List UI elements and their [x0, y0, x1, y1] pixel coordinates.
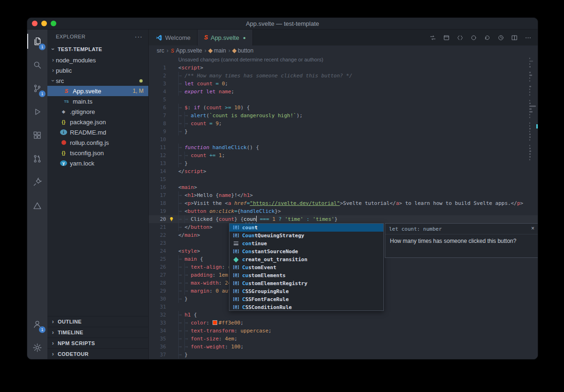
- code-line-32[interactable]: 32→h1 {: [149, 311, 538, 319]
- svelte-file-icon: S: [204, 34, 208, 41]
- code-line-9[interactable]: 9→}: [149, 128, 538, 136]
- suggest-item-CustomElementRegistry[interactable]: [@]CustomElementRegistry: [229, 279, 383, 287]
- tree-item-rollup.config.js[interactable]: rollup.config.js: [47, 137, 148, 148]
- titlebar[interactable]: App.svelte — test-template: [27, 18, 538, 30]
- suggest-item-continue[interactable]: continue: [229, 240, 383, 248]
- activity-item-search[interactable]: [27, 53, 47, 76]
- suggest-item-customElements[interactable]: [@]customElements: [229, 271, 383, 279]
- code-line-37[interactable]: 37→}: [149, 351, 538, 359]
- activity-item-github-pr[interactable]: [27, 147, 47, 170]
- indent-guide: →: [178, 311, 184, 319]
- toggle-blame-icon[interactable]: [468, 32, 479, 43]
- breadcrumb-item-main[interactable]: main: [209, 47, 226, 54]
- panel-timeline[interactable]: ›TIMELINE: [47, 327, 148, 338]
- line-number: 37: [149, 351, 166, 359]
- workspace-section-header[interactable]: › TEST-TEMPLATE: [47, 44, 148, 55]
- tree-item-public[interactable]: ›public: [47, 65, 148, 75]
- open-remote-icon[interactable]: [455, 32, 465, 43]
- breadcrumb-item-button[interactable]: button: [233, 47, 253, 54]
- breadcrumb-item-app-svelte[interactable]: SApp.svelte: [171, 47, 202, 54]
- indent-guide: →: [184, 335, 191, 343]
- panel-codetour[interactable]: ›CODETOUR: [47, 348, 148, 359]
- tab-app-svelte[interactable]: SApp.svelte●: [198, 30, 253, 45]
- tree-item-package.json[interactable]: {}package.json: [47, 117, 148, 127]
- code-line-18[interactable]: 18→<p>Visit the <a href="https://svelte.…: [149, 199, 538, 207]
- tree-item-node_modules[interactable]: ›node_modules: [47, 55, 148, 65]
- indent-guide: →: [178, 215, 184, 223]
- tree-item-yarn.lock[interactable]: yyarn.lock: [47, 158, 148, 168]
- activity-item-accounts[interactable]: 1: [27, 312, 47, 336]
- code-line-13[interactable]: 13→}: [149, 159, 538, 167]
- tree-item-main.ts[interactable]: TSmain.ts: [47, 96, 148, 106]
- activity-item-remote[interactable]: [27, 170, 47, 194]
- code-line-20[interactable]: 20→→Clicked {count} {coun === 1 ? 'time'…: [149, 215, 538, 223]
- line-number: 23: [149, 239, 166, 247]
- suggest-item-create_out_transition[interactable]: create_out_transition: [229, 256, 383, 264]
- explorer-more-actions-icon[interactable]: ···: [135, 33, 143, 40]
- panel-outline[interactable]: ›OUTLINE: [47, 316, 148, 327]
- activity-item-extensions[interactable]: [27, 123, 47, 147]
- more-actions-icon[interactable]: [523, 32, 533, 43]
- suggest-item-count[interactable]: [@]count: [229, 224, 383, 232]
- code-line-35[interactable]: 35→→font-size: 4em;: [149, 335, 538, 343]
- suggest-item-CSSConditionRule[interactable]: [@]CSSConditionRule: [229, 303, 383, 311]
- tree-item-src[interactable]: ›src: [47, 75, 148, 86]
- sync-icon[interactable]: [482, 32, 492, 43]
- close-button[interactable]: [32, 21, 38, 26]
- editor-content[interactable]: Unsaved changes (cannot determine recent…: [149, 56, 538, 359]
- code-line-1[interactable]: 1<script>: [149, 64, 538, 72]
- code-line-14[interactable]: 14</script>: [149, 167, 538, 175]
- activity-item-run-debug[interactable]: [27, 100, 47, 123]
- breadcrumb-item-src[interactable]: src: [157, 47, 164, 54]
- minimap[interactable]: [529, 56, 536, 359]
- code-line-36[interactable]: 36→→font-weight: 100;: [149, 343, 538, 351]
- tree-item-tsconfig.json[interactable]: {}tsconfig.json: [47, 148, 148, 158]
- code-line-12[interactable]: 12→→count += 1;: [149, 151, 538, 159]
- code-line-4[interactable]: 4→export let name;: [149, 88, 538, 96]
- tree-item-App.svelte[interactable]: SApp.svelte1, M: [47, 86, 148, 96]
- suggest-item-CustomEvent[interactable]: [@]CustomEvent: [229, 264, 383, 271]
- suggest-item-CSSFontFaceRule[interactable]: [@]CSSFontFaceRule: [229, 295, 383, 303]
- code-line-3[interactable]: 3→let count = 0;: [149, 80, 538, 88]
- code-line-11[interactable]: 11→function handleClick() {: [149, 143, 538, 151]
- tree-item-.gitignore[interactable]: ◆.gitignore: [47, 106, 148, 117]
- split-editor-icon[interactable]: [509, 32, 519, 43]
- open-preview-icon[interactable]: [441, 32, 451, 43]
- code-line-7[interactable]: 7→→alert(`count is dangerously high!`);: [149, 112, 538, 120]
- file-history-icon[interactable]: [495, 32, 506, 43]
- code-line-10[interactable]: 10: [149, 136, 538, 143]
- code-line-15[interactable]: 15: [149, 175, 538, 183]
- zoom-button[interactable]: [51, 21, 56, 26]
- code-line-16[interactable]: 16<main>: [149, 183, 538, 191]
- panel-npm-scripts[interactable]: ›NPM SCRIPTS: [47, 338, 148, 348]
- indent-guide: →: [178, 279, 184, 287]
- code-line-5[interactable]: 5: [149, 96, 538, 104]
- code-line-8[interactable]: 8→→count = 9;: [149, 120, 538, 128]
- activity-item-settings[interactable]: [27, 336, 47, 359]
- activity-item-explorer[interactable]: 1: [27, 30, 47, 53]
- activity-item-source-control[interactable]: 1: [27, 76, 47, 100]
- blame-annotation: Unsaved changes (cannot determine recent…: [149, 56, 538, 64]
- chevron-down-icon: ›: [50, 46, 56, 52]
- close-icon[interactable]: ×: [531, 225, 534, 232]
- code-line-6[interactable]: 6→$: if (count >= 10) {: [149, 104, 538, 112]
- json-file-icon: {}: [60, 150, 67, 157]
- suggest-item-CSSGroupingRule[interactable]: [@]CSSGroupingRule: [229, 287, 383, 295]
- vscode-window: App.svelte — test-template 11 1 EXPLORER…: [27, 17, 538, 360]
- lightbulb-icon[interactable]: [168, 216, 175, 222]
- indent-guide: →: [184, 279, 191, 287]
- tree-item-README.md[interactable]: iREADME.md: [47, 127, 148, 137]
- git-compare-icon[interactable]: [427, 32, 438, 43]
- code-line-2[interactable]: 2→/** How many times has someone clicked…: [149, 72, 538, 80]
- code-line-19[interactable]: 19→<button on:click={handleClick}>: [149, 207, 538, 215]
- suggest-item-ConstantSourceNode[interactable]: [@]ConstantSourceNode: [229, 248, 383, 256]
- code-line-17[interactable]: 17→<h1>Hello {name}!</h1>: [149, 191, 538, 199]
- code-line-34[interactable]: 34→→text-transform: uppercase;: [149, 327, 538, 335]
- indent-guide: →: [178, 319, 184, 327]
- suggest-item-CountQueuingStrategy[interactable]: [@]CountQueuingStrategy: [229, 232, 383, 240]
- breadcrumb-separator: ›: [229, 47, 230, 54]
- tab-welcome[interactable]: Welcome: [149, 30, 198, 45]
- code-line-33[interactable]: 33→→color: #ff3e00;: [149, 319, 538, 327]
- activity-item-triangle-extension[interactable]: [27, 194, 47, 217]
- minimize-button[interactable]: [41, 21, 47, 26]
